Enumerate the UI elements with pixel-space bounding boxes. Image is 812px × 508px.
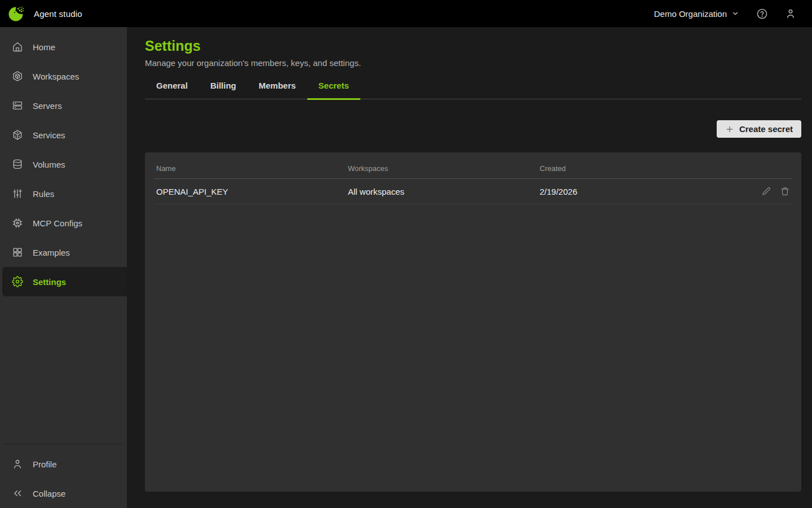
chevron-down-icon xyxy=(731,10,739,17)
volumes-icon xyxy=(12,159,23,170)
main-content: Settings Manage your organization's memb… xyxy=(127,27,812,508)
secret-name: OPENAI_API_KEY xyxy=(154,179,346,204)
table-header-row: Name Workspaces Created xyxy=(154,152,792,179)
sidebar-item-label: Volumes xyxy=(33,160,65,169)
column-header-actions xyxy=(753,152,792,179)
user-icon[interactable] xyxy=(785,8,796,19)
sidebar-item-label: Profile xyxy=(33,459,57,469)
workspaces-icon xyxy=(12,71,23,82)
org-selector[interactable]: Demo Organization xyxy=(654,9,739,19)
delete-icon[interactable] xyxy=(780,186,790,196)
sidebar-item-workspaces[interactable]: Workspaces xyxy=(0,62,127,91)
secrets-card: Name Workspaces Created OPENAI_API_KEY A… xyxy=(145,152,801,492)
table-row: OPENAI_API_KEY All workspaces 2/19/2026 xyxy=(154,179,792,204)
examples-icon xyxy=(12,247,23,258)
sidebar-item-label: Examples xyxy=(33,248,70,257)
secret-created: 2/19/2026 xyxy=(537,179,753,204)
sidebar-item-label: Services xyxy=(33,130,65,140)
topbar: Agent studio Demo Organization xyxy=(0,0,812,27)
sidebar-item-collapse[interactable]: Collapse xyxy=(0,479,127,508)
sidebar-item-volumes[interactable]: Volumes xyxy=(0,150,127,179)
sidebar-divider xyxy=(5,444,122,444)
servers-icon xyxy=(12,100,23,111)
services-icon xyxy=(12,129,23,141)
app-title: Agent studio xyxy=(34,9,82,19)
secret-workspaces: All workspaces xyxy=(346,179,537,204)
sidebar-item-home[interactable]: Home xyxy=(0,32,127,62)
plus-icon xyxy=(725,125,734,134)
settings-icon xyxy=(12,276,23,287)
rules-icon xyxy=(12,188,23,199)
profile-icon xyxy=(12,458,23,470)
sidebar-item-servers[interactable]: Servers xyxy=(0,91,127,120)
app-logo-icon xyxy=(8,5,25,22)
tab-bar: General Billing Members Secrets xyxy=(145,81,801,99)
sidebar-item-mcp-configs[interactable]: MCP Configs xyxy=(0,208,127,238)
sidebar-item-label: Collapse xyxy=(33,489,65,498)
tab-members[interactable]: Members xyxy=(248,81,307,100)
sidebar-item-settings[interactable]: Settings xyxy=(2,267,127,296)
brand: Agent studio xyxy=(8,5,82,22)
sidebar: Home Workspaces Servers xyxy=(0,27,127,508)
home-icon xyxy=(12,41,23,52)
sidebar-item-profile[interactable]: Profile xyxy=(0,449,127,479)
tab-billing[interactable]: Billing xyxy=(199,81,248,100)
sidebar-item-rules[interactable]: Rules xyxy=(0,179,127,208)
org-selector-label: Demo Organization xyxy=(654,9,727,19)
column-header-created: Created xyxy=(537,152,753,179)
sidebar-item-label: Settings xyxy=(33,277,66,287)
create-secret-button-label: Create secret xyxy=(739,124,793,134)
column-header-name: Name xyxy=(154,152,346,179)
edit-icon[interactable] xyxy=(761,186,771,196)
secrets-table: Name Workspaces Created OPENAI_API_KEY A… xyxy=(154,152,792,204)
toolbar: Create secret xyxy=(145,120,801,138)
sidebar-item-label: Rules xyxy=(33,189,54,199)
sidebar-item-label: Workspaces xyxy=(33,72,79,81)
sidebar-footer: Profile Collapse xyxy=(0,444,127,508)
page-subtitle: Manage your organization's members, keys… xyxy=(145,58,801,68)
sidebar-item-services[interactable]: Services xyxy=(0,120,127,150)
collapse-icon xyxy=(12,488,23,499)
sidebar-item-examples[interactable]: Examples xyxy=(0,238,127,267)
row-actions xyxy=(755,186,790,196)
create-secret-button[interactable]: Create secret xyxy=(717,120,801,138)
sidebar-item-label: Servers xyxy=(33,101,62,111)
tab-general[interactable]: General xyxy=(145,81,199,100)
help-icon[interactable] xyxy=(756,8,768,20)
column-header-workspaces: Workspaces xyxy=(346,152,537,179)
tab-secrets[interactable]: Secrets xyxy=(307,81,360,100)
sidebar-item-label: MCP Configs xyxy=(33,218,82,228)
page-title: Settings xyxy=(145,37,801,54)
mcp-configs-icon xyxy=(12,217,23,229)
sidebar-item-label: Home xyxy=(33,42,55,52)
